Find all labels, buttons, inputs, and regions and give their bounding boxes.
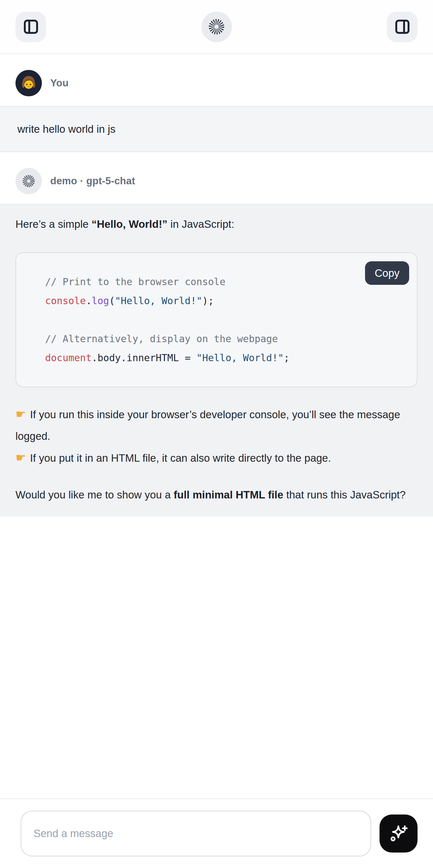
right-panel-toggle-button[interactable] bbox=[387, 11, 417, 42]
code-line-blank bbox=[45, 310, 404, 329]
user-message-text: write hello world in js bbox=[18, 123, 115, 135]
intro-paragraph: Here’s a simple “Hello, World!” in JavaS… bbox=[16, 214, 417, 234]
pointing-hand-emoji: ☛ bbox=[16, 451, 26, 465]
chat-app: You write hello world in js demo · gpt-5… bbox=[0, 0, 433, 868]
intro-bold-text: “Hello, World!” bbox=[92, 218, 167, 230]
code-block: Copy // Print to the browser console con… bbox=[16, 252, 417, 387]
pointing-hand-emoji: ☛ bbox=[16, 407, 26, 421]
message-input[interactable] bbox=[21, 811, 371, 857]
assistant-author-label: demo · gpt-5-chat bbox=[50, 175, 135, 187]
user-message-header: You bbox=[0, 54, 433, 106]
code-content: // Print to the browser console console.… bbox=[45, 272, 404, 367]
code-line: console.log("Hello, World!"); bbox=[45, 291, 404, 310]
intro-text: Here’s a simple bbox=[16, 218, 92, 230]
person-emoji-icon bbox=[19, 74, 38, 92]
user-message: You write hello world in js bbox=[0, 54, 433, 152]
question-text: Would you like me to show you a bbox=[16, 489, 174, 501]
composer-bar bbox=[0, 798, 433, 868]
panel-left-icon bbox=[23, 19, 39, 35]
chat-scroll-area[interactable]: You write hello world in js demo · gpt-5… bbox=[0, 54, 433, 798]
copy-button[interactable]: Copy bbox=[365, 261, 409, 285]
send-button[interactable] bbox=[379, 814, 417, 852]
notes-paragraph: ☛If you run this inside your browser’s d… bbox=[16, 403, 417, 469]
assistant-message-header: demo · gpt-5-chat bbox=[0, 152, 433, 204]
assistant-avatar bbox=[16, 168, 42, 194]
note-line: ☛If you run this inside your browser’s d… bbox=[16, 403, 417, 447]
user-author-label: You bbox=[50, 77, 69, 89]
code-line: document.body.innerHTML = "Hello, World!… bbox=[45, 348, 404, 367]
assistant-message: demo · gpt-5-chat Here’s a simple “Hello… bbox=[0, 152, 433, 517]
user-message-bubble: write hello world in js bbox=[0, 106, 433, 152]
intro-text-after: in JavaScript: bbox=[167, 218, 234, 230]
user-avatar bbox=[16, 70, 42, 96]
code-line: // Print to the browser console bbox=[45, 272, 404, 291]
question-paragraph: Would you like me to show you a full min… bbox=[16, 484, 417, 505]
model-logo-button[interactable] bbox=[202, 11, 232, 42]
note-line: ☛If you put it in an HTML file, it can a… bbox=[16, 447, 417, 469]
assistant-message-body: Here’s a simple “Hello, World!” in JavaS… bbox=[0, 204, 433, 517]
sparkle-icon bbox=[388, 823, 409, 844]
question-bold-text: full minimal HTML file bbox=[174, 489, 283, 501]
top-bar bbox=[0, 0, 433, 54]
starburst-icon bbox=[22, 174, 36, 188]
panel-right-icon bbox=[394, 19, 411, 35]
code-line: // Alternatively, display on the webpage bbox=[45, 329, 404, 348]
starburst-icon bbox=[208, 18, 225, 36]
note-text: If you put it in an HTML file, it can al… bbox=[30, 452, 331, 464]
question-text-after: that runs this JavaScript? bbox=[283, 489, 406, 501]
note-text: If you run this inside your browser’s de… bbox=[16, 408, 400, 442]
sidebar-toggle-button[interactable] bbox=[16, 11, 46, 42]
